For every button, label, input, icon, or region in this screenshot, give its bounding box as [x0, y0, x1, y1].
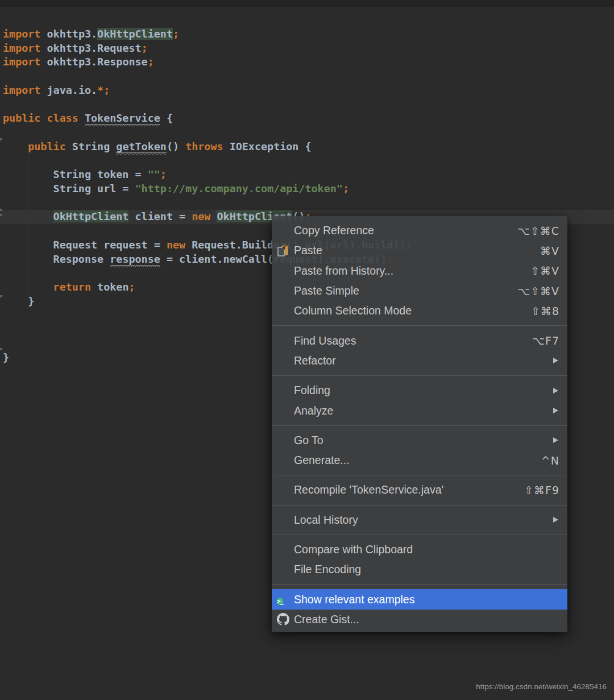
code-token: token: [97, 281, 128, 293]
submenu-arrow-icon: [553, 408, 558, 413]
menu-item-label: Go To: [294, 434, 323, 447]
submenu-arrow-icon: [553, 517, 558, 523]
indent-guide: [28, 155, 28, 294]
menu-item-go-to[interactable]: Go To: [272, 430, 567, 450]
menu-item-find-usages[interactable]: Find Usages⌥F7: [272, 330, 567, 350]
menu-item-label: Create Gist...: [294, 613, 359, 626]
menu-separator: [272, 375, 567, 376]
window-top-edge: [0, 0, 614, 7]
code-token: ;: [343, 183, 349, 194]
menu-icon-slot: [277, 454, 289, 467]
menu-item-compare-with-clipboard[interactable]: Compare with Clipboard: [272, 540, 567, 560]
menu-icon-slot: [277, 484, 289, 496]
menu-item-analyze[interactable]: Analyze: [272, 400, 567, 420]
menu-item-label: Analyze: [294, 404, 333, 417]
menu-separator: [272, 425, 567, 426]
code-line[interactable]: import okhttp3.Response;: [0, 55, 614, 69]
code-token: client =: [128, 210, 192, 222]
code-line[interactable]: [0, 98, 614, 112]
menu-item-paste-simple[interactable]: Paste Simple⌥⇧⌘V: [272, 281, 567, 301]
submenu-arrow-icon: [553, 358, 558, 363]
menu-item-label: Local History: [294, 513, 358, 527]
gutter-mark: [0, 214, 2, 216]
menu-item-label: Paste Simple: [294, 284, 359, 297]
code-token: (): [167, 140, 185, 152]
code-token: TokenService: [85, 112, 160, 125]
menu-item-label: Column Selection Mode: [294, 304, 412, 317]
menu-item-shortcut: ⌥⇧⌘V: [517, 285, 559, 297]
menu-icon-slot: [277, 544, 289, 556]
code-line[interactable]: import okhttp3.OkHttpClient;: [0, 27, 614, 42]
code-token: OkHttpClient: [97, 28, 173, 40]
menu-item-shortcut: ⌘V: [540, 245, 559, 257]
code-token: [3, 140, 28, 152]
terminal-icon: >_: [277, 593, 289, 606]
menu-item-label: Show relevant examples: [294, 593, 414, 606]
code-token: public class: [3, 112, 85, 124]
menu-icon-slot: [277, 264, 289, 277]
code-line[interactable]: [0, 154, 614, 168]
submenu-arrow-icon: [553, 437, 558, 443]
menu-item-folding[interactable]: Folding: [272, 380, 567, 400]
menu-item-generate[interactable]: Generate...^N: [272, 450, 567, 470]
menu-item-column-selection-mode[interactable]: Column Selection Mode⇧⌘8: [272, 301, 567, 321]
menu-icon-slot: [277, 334, 289, 347]
menu-item-shortcut: ⌥⇧⌘C: [517, 225, 559, 237]
code-token: IOException {: [230, 140, 312, 152]
code-token: "http://my.company.com/api/token": [135, 183, 343, 194]
gutter-mark: [0, 209, 2, 211]
menu-item-recompile-tokenservice-java[interactable]: Recompile 'TokenService.java'⇧⌘F9: [272, 480, 567, 500]
code-token: *;: [97, 84, 110, 96]
menu-item-paste[interactable]: Paste⌘V: [272, 241, 567, 260]
code-token: new: [167, 239, 192, 251]
code-token: import: [3, 28, 47, 40]
menu-item-file-encoding[interactable]: File Encoding: [272, 560, 567, 579]
code-token: getToken: [116, 140, 167, 153]
code-token: public: [28, 140, 72, 152]
code-line[interactable]: [0, 196, 614, 210]
gutter-mark: [0, 348, 2, 350]
code-line[interactable]: [0, 126, 614, 140]
gutter-mark: [0, 138, 2, 140]
menu-item-create-gist[interactable]: Create Gist...: [272, 610, 567, 629]
menu-item-label: Paste: [294, 244, 322, 257]
code-token: okhttp3.Request: [47, 42, 142, 54]
code-token: ;: [128, 281, 135, 293]
menu-item-copy-reference[interactable]: Copy Reference⌥⇧⌘C: [272, 221, 567, 241]
code-token: Response: [3, 253, 110, 265]
code-line[interactable]: import okhttp3.Request;: [0, 42, 614, 56]
menu-icon-slot: [277, 384, 289, 397]
code-line[interactable]: String url = "http://my.company.com/api/…: [0, 182, 614, 196]
code-token: "": [148, 168, 160, 180]
gutter-mark: [0, 295, 2, 297]
code-token: import: [3, 56, 47, 68]
code-token: okhttp3.Response: [47, 56, 148, 68]
menu-item-label: Copy Reference: [294, 224, 374, 237]
menu-item-local-history[interactable]: Local History: [272, 510, 567, 530]
menu-item-shortcut: ⌥F7: [532, 334, 559, 347]
code-line[interactable]: String token = "";: [0, 168, 614, 182]
code-token: response: [110, 253, 160, 266]
code-token: }: [3, 351, 9, 363]
menu-item-label: Recompile 'TokenService.java': [294, 483, 443, 496]
menu-item-label: Paste from History...: [294, 264, 393, 277]
code-line[interactable]: public String getToken() throws IOExcept…: [0, 140, 614, 154]
code-token: {: [160, 112, 173, 124]
code-token: throws: [185, 140, 230, 152]
menu-icon-slot: [277, 354, 289, 367]
menu-item-paste-from-history[interactable]: Paste from History...⇧⌘V: [272, 261, 567, 281]
paste-icon: [277, 245, 289, 257]
code-token: String: [72, 140, 117, 152]
menu-item-show-relevant-examples[interactable]: >_Show relevant examples: [272, 589, 567, 609]
code-line[interactable]: public class TokenService {: [0, 111, 614, 126]
code-line[interactable]: [0, 69, 614, 84]
submenu-arrow-icon: [553, 388, 558, 394]
github-icon: [277, 613, 289, 626]
menu-item-shortcut: ⇧⌘V: [530, 264, 559, 277]
code-line[interactable]: import java.io.*;: [0, 84, 614, 98]
menu-separator: [272, 535, 567, 535]
code-token: ;: [148, 56, 154, 68]
code-token: ;: [173, 28, 179, 40]
menu-item-refactor[interactable]: Refactor: [272, 351, 567, 371]
menu-icon-slot: [277, 434, 289, 446]
